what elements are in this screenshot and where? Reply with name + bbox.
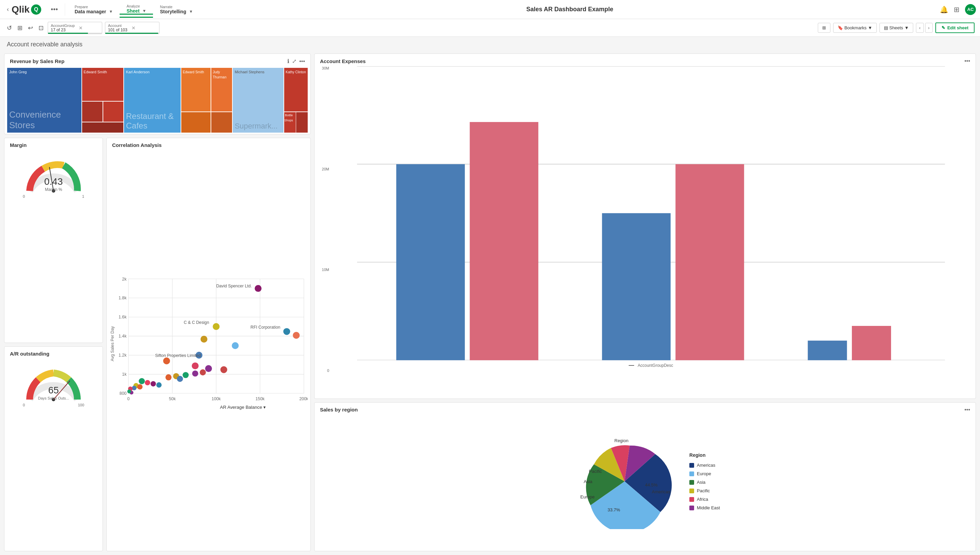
filter-tool-1[interactable]: ↺ (5, 23, 13, 33)
treemap-edward1-top[interactable]: Edward Smith (82, 68, 123, 101)
next-sheet-button[interactable]: › (925, 23, 933, 33)
more-icon[interactable]: ••• (299, 58, 305, 64)
scatter-point-11[interactable] (200, 369, 206, 375)
treemap-kathy-sub2[interactable] (296, 112, 308, 133)
filter-chip-account[interactable]: Account 101 of 103 ✕ (105, 22, 160, 34)
legend-asia[interactable]: Asia (689, 480, 720, 485)
grid-icon[interactable]: ⊞ (954, 5, 959, 14)
filter-chip-accountgroup[interactable]: AccountGroup 17 of 23 ✕ (48, 22, 102, 34)
user-avatar[interactable]: AC (965, 4, 976, 15)
ar-title: A/R outstanding (10, 351, 97, 356)
prepare-dropdown-icon[interactable]: ▼ (109, 9, 113, 14)
treemap-label-supermarket: Supermark... (235, 122, 282, 131)
back-button[interactable]: ‹ (4, 6, 11, 13)
treemap-edward2[interactable]: Edward Smith (181, 68, 211, 111)
treemap-orange1: Edward Smith (181, 68, 211, 133)
scatter-point-22[interactable] (137, 384, 143, 390)
svg-text:AR Average Balance ▾: AR Average Balance ▾ (220, 405, 266, 410)
treemap-orange-sub[interactable] (181, 112, 211, 133)
expenses-more-icon[interactable]: ••• (964, 58, 970, 64)
legend-americas[interactable]: Americas (689, 463, 720, 468)
svg-text:0: 0 (128, 396, 130, 401)
pie-label-asia-name: Asia (584, 479, 593, 484)
right-column: Account Expenses ••• 30M 20M 10M 0 (314, 53, 976, 551)
legend-europe[interactable]: Europe (689, 471, 720, 476)
treemap-kathy-sub1[interactable]: Bottle Shops (284, 112, 296, 133)
bar-other-budget[interactable] (852, 326, 891, 360)
expenses-title: Account Expenses (320, 58, 962, 64)
scatter-point-4[interactable] (200, 336, 207, 343)
analyze-dropdown-icon[interactable]: ▼ (142, 8, 147, 13)
margin-title: Margin (10, 142, 97, 148)
treemap-sub1[interactable] (82, 102, 102, 122)
scatter-point-3b[interactable] (293, 332, 299, 339)
filter-tool-4[interactable]: ⊡ (37, 23, 45, 33)
scatter-point-10[interactable] (221, 366, 227, 373)
filter-chip-account-close[interactable]: ✕ (131, 25, 136, 30)
scatter-point-7[interactable] (163, 358, 170, 364)
scatter-point-17[interactable] (139, 378, 145, 384)
scatter-point-5[interactable] (232, 342, 238, 349)
bell-icon[interactable]: 🔔 (940, 5, 948, 14)
svg-text:1.8k: 1.8k (118, 295, 127, 300)
scatter-point-16[interactable] (177, 376, 183, 382)
svg-text:David Spencer Ltd.: David Spencer Ltd. (216, 284, 252, 289)
scatter-point-19[interactable] (150, 381, 156, 387)
treemap-sub2[interactable] (103, 102, 123, 122)
scatter-point-12[interactable] (192, 371, 198, 377)
scatter-point-20[interactable] (157, 382, 162, 388)
nav-narrate[interactable]: Narrate Storytelling ▼ (153, 5, 200, 14)
scatter-point-23[interactable] (132, 386, 136, 390)
scatter-point-18[interactable] (145, 380, 150, 386)
narrate-dropdown-icon[interactable]: ▼ (189, 9, 193, 14)
scatter-point-13[interactable] (183, 372, 189, 378)
legend-pacific[interactable]: Pacific (689, 488, 720, 493)
legend-mideast[interactable]: Middle East (689, 505, 720, 510)
region-panel: Sales by region ••• (314, 402, 976, 552)
scatter-point-3[interactable] (283, 328, 290, 335)
bookmarks-button[interactable]: 🔖 Bookmarks ▼ (833, 23, 877, 33)
bar-general-budget[interactable] (470, 122, 539, 360)
bar-other-actual[interactable] (808, 340, 847, 360)
sheets-button[interactable]: ▤ Sheets ▼ (879, 23, 913, 33)
sheets-label: Sheets (889, 25, 903, 30)
scatter-point-9[interactable] (205, 365, 212, 372)
bar-staff-actual[interactable] (602, 213, 671, 360)
scatter-point-26[interactable] (128, 390, 131, 393)
logo-qlik-text: Qlik (11, 4, 30, 15)
pie-label-europe-pct: 33.7% (608, 507, 620, 512)
scatter-point-2[interactable] (213, 323, 219, 330)
treemap-judy-top[interactable]: Judy Thurman (211, 68, 232, 111)
sheets-dropdown: ▼ (904, 25, 909, 30)
scatter-point-8[interactable] (192, 363, 199, 369)
filter-chip-accountgroup-close[interactable]: ✕ (79, 25, 83, 30)
treemap[interactable]: John Greg Convenience Stores Edward Smit… (7, 68, 308, 133)
bar-staff-budget[interactable] (675, 164, 744, 360)
treemap-sub3[interactable] (82, 122, 123, 133)
pie-label-americas-name: Americas (652, 489, 671, 494)
expand-icon[interactable]: ⤢ (292, 58, 296, 64)
treemap-karl[interactable]: Karl Anderson Restaurant & Cafes (124, 68, 181, 133)
filter-tool-2[interactable]: ⊞ (16, 23, 24, 33)
scatter-point-15[interactable] (166, 374, 172, 380)
scatter-point-1[interactable] (254, 285, 261, 292)
more-options-icon[interactable]: ••• (47, 5, 62, 13)
filter-tool-3[interactable]: ↩ (27, 23, 34, 33)
filter-chip-account-value: 101 of 103 (108, 27, 128, 32)
bar-general-actual[interactable] (396, 164, 465, 360)
correlation-chart[interactable]: 2k 1.8k 1.6k 1.4k 1.2k 1k 800 0 50k 100k… (107, 150, 310, 548)
treemap-michael[interactable]: Michael Stephens Supermark... (233, 68, 284, 133)
edit-sheet-button[interactable]: ✎ Edit sheet (935, 22, 975, 33)
treemap-judy-sub[interactable] (211, 112, 232, 133)
grid-view-button[interactable]: ⊞ (818, 23, 830, 33)
region-more-icon[interactable]: ••• (964, 407, 970, 413)
legend-africa[interactable]: Africa (689, 497, 720, 502)
nav-prepare[interactable]: Prepare Data manager ▼ (68, 5, 120, 14)
info-icon[interactable]: ℹ (287, 58, 289, 64)
prev-sheet-button[interactable]: ‹ (916, 23, 923, 33)
treemap-cell-johng[interactable]: John Greg Convenience Stores (7, 68, 82, 133)
svg-text:Days Sales Outs...: Days Sales Outs... (38, 396, 69, 400)
treemap-kathy-top[interactable]: Kathy Clinton (284, 68, 308, 111)
nav-analyze[interactable]: Analyze Sheet ▼ (120, 4, 153, 14)
pie-label-europe-name: Europe (580, 494, 595, 499)
